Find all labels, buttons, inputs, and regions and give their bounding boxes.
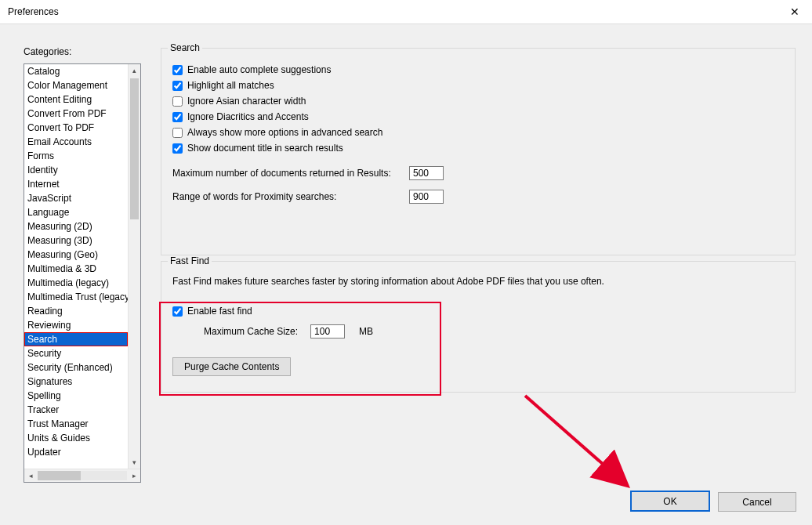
fastfind-legend: Fast Find (168, 255, 212, 266)
category-item[interactable]: Catalog (24, 64, 128, 78)
categories-listbox[interactable]: CatalogColor ManagementContent EditingCo… (24, 63, 141, 483)
annotation-arrow (517, 388, 651, 505)
scroll-left-icon[interactable]: ◂ (24, 469, 37, 482)
scroll-up-icon[interactable]: ▴ (129, 64, 140, 77)
category-item[interactable]: Tracker (24, 403, 128, 417)
category-item[interactable]: JavaScript (24, 191, 128, 205)
scroll-down-icon[interactable]: ▾ (129, 456, 140, 469)
category-item[interactable]: Multimedia (legacy) (24, 276, 128, 290)
scrollbar-thumb[interactable] (130, 78, 139, 219)
search-group: Search Enable auto complete suggestions … (161, 48, 796, 255)
window-title: Preferences (8, 6, 59, 17)
category-item[interactable]: Search (24, 332, 128, 346)
category-item[interactable]: Reviewing (24, 318, 128, 332)
cache-size-input[interactable] (310, 324, 345, 339)
category-item[interactable]: Units & Guides (24, 431, 128, 445)
always-show-more-label: Always show more options in advanced sea… (187, 127, 382, 138)
category-item[interactable]: Content Editing (24, 92, 128, 107)
ignore-asian-checkbox[interactable] (172, 96, 183, 107)
dialog-body: Categories: CatalogColor ManagementConte… (0, 24, 812, 525)
cache-size-unit: MB (359, 326, 373, 337)
show-doc-title-label: Show document title in search results (187, 143, 343, 154)
cancel-button[interactable]: Cancel (718, 492, 796, 512)
enable-autocomplete-checkbox[interactable] (172, 65, 183, 75)
search-legend: Search (168, 42, 202, 53)
proximity-label: Range of words for Proximity searches: (172, 191, 401, 202)
category-item[interactable]: Multimedia Trust (legacy) (24, 290, 128, 304)
show-doc-title-checkbox[interactable] (172, 143, 183, 154)
proximity-input[interactable] (409, 190, 444, 204)
fastfind-description: Fast Find makes future searches faster b… (172, 276, 784, 287)
scrollbar-thumb[interactable] (38, 471, 81, 480)
cache-size-label: Maximum Cache Size: (204, 326, 298, 337)
highlight-all-checkbox[interactable] (172, 81, 183, 91)
category-item[interactable]: Multimedia & 3D (24, 262, 128, 276)
category-item[interactable]: Measuring (3D) (24, 234, 128, 248)
categories-label: Categories: (24, 46, 71, 57)
enable-fastfind-checkbox[interactable] (172, 306, 183, 317)
category-item[interactable]: Email Accounts (24, 135, 128, 149)
category-item[interactable]: Reading (24, 304, 128, 318)
category-item[interactable]: Security (24, 346, 128, 360)
purge-cache-button[interactable]: Purge Cache Contents (172, 357, 291, 376)
category-item[interactable]: Updater (24, 445, 128, 459)
category-item[interactable]: Measuring (Geo) (24, 248, 128, 262)
category-item[interactable]: Measuring (2D) (24, 219, 128, 234)
highlight-all-label: Highlight all matches (187, 80, 274, 91)
ignore-asian-label: Ignore Asian character width (187, 96, 306, 107)
enable-fastfind-label: Enable fast find (187, 306, 252, 317)
category-item[interactable]: Forms (24, 149, 128, 163)
ignore-diacritics-checkbox[interactable] (172, 112, 183, 122)
category-item[interactable]: Signatures (24, 375, 128, 389)
ok-button[interactable]: OK (630, 491, 710, 512)
max-docs-label: Maximum number of documents returned in … (172, 168, 401, 179)
titlebar: Preferences ✕ (0, 0, 812, 24)
horizontal-scrollbar[interactable]: ◂ ▸ (24, 469, 140, 482)
scroll-right-icon[interactable]: ▸ (128, 469, 140, 482)
category-item[interactable]: Convert From PDF (24, 107, 128, 121)
category-item[interactable]: Internet (24, 177, 128, 191)
vertical-scrollbar[interactable]: ▴ ▾ (128, 64, 140, 469)
category-item[interactable]: Trust Manager (24, 417, 128, 431)
close-icon: ✕ (790, 5, 799, 18)
ignore-diacritics-label: Ignore Diacritics and Accents (187, 111, 309, 122)
fastfind-group: Fast Find Fast Find makes future searche… (161, 261, 796, 393)
category-item[interactable]: Spelling (24, 389, 128, 403)
category-item[interactable]: Language (24, 205, 128, 219)
svg-line-0 (525, 396, 623, 482)
category-item[interactable]: Security (Enhanced) (24, 360, 128, 375)
category-item[interactable]: Color Management (24, 78, 128, 92)
category-item[interactable]: Convert To PDF (24, 121, 128, 135)
close-button[interactable]: ✕ (777, 0, 812, 24)
always-show-more-checkbox[interactable] (172, 128, 183, 138)
max-docs-input[interactable] (409, 166, 444, 180)
enable-autocomplete-label: Enable auto complete suggestions (187, 64, 331, 75)
category-item[interactable]: Identity (24, 163, 128, 177)
